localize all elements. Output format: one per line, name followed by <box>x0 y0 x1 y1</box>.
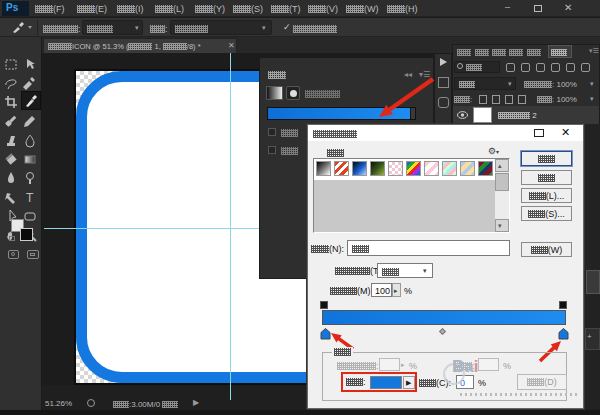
svg-text:T: T <box>26 191 34 205</box>
